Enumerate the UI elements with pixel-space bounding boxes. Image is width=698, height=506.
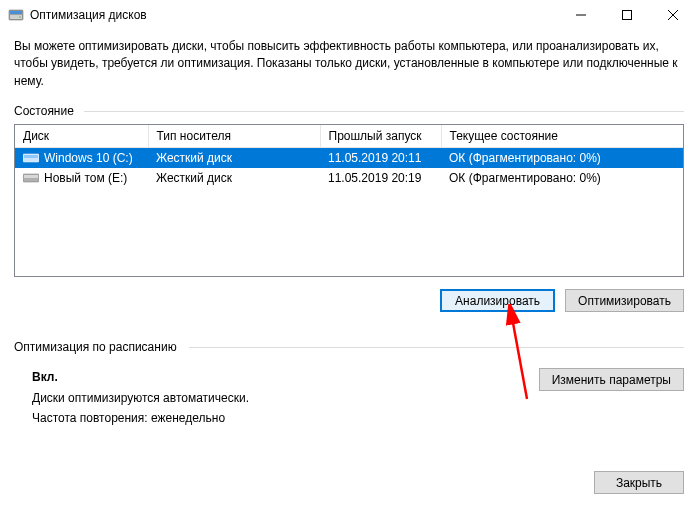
drive-icon	[23, 152, 39, 164]
state-group-label: Состояние	[14, 104, 684, 118]
col-header-disk[interactable]: Диск	[15, 125, 148, 148]
state-label-text: Состояние	[14, 104, 74, 118]
drive-status: ОК (Фрагментировано: 0%)	[441, 148, 683, 169]
schedule-body: Вкл. Диски оптимизируются автоматически.…	[14, 368, 684, 428]
svg-rect-5	[623, 11, 632, 20]
drive-last-run: 11.05.2019 20:19	[320, 168, 441, 188]
close-dialog-button[interactable]: Закрыть	[594, 471, 684, 494]
schedule-on: Вкл.	[32, 368, 523, 387]
schedule-label-text: Оптимизация по расписанию	[14, 340, 177, 354]
app-icon	[8, 7, 24, 23]
svg-point-3	[19, 16, 21, 18]
svg-rect-9	[24, 155, 38, 158]
table-row[interactable]: Новый том (E:)Жесткий диск11.05.2019 20:…	[15, 168, 683, 188]
schedule-group-label: Оптимизация по расписанию	[14, 340, 684, 354]
titlebar: Оптимизация дисков	[0, 0, 698, 30]
schedule-line1: Диски оптимизируются автоматически.	[32, 389, 523, 408]
schedule-text: Вкл. Диски оптимизируются автоматически.…	[14, 368, 523, 428]
close-button[interactable]	[650, 0, 696, 30]
drive-status: ОК (Фрагментировано: 0%)	[441, 168, 683, 188]
drive-icon	[23, 172, 39, 184]
window-controls	[558, 0, 696, 30]
maximize-button[interactable]	[604, 0, 650, 30]
svg-rect-11	[24, 175, 38, 178]
svg-rect-1	[10, 11, 22, 14]
divider	[84, 111, 684, 112]
action-buttons: Анализировать Оптимизировать	[14, 289, 684, 312]
table-row[interactable]: Windows 10 (C:)Жесткий диск11.05.2019 20…	[15, 148, 683, 169]
drives-table: Диск Тип носителя Прошлый запуск Текущее…	[15, 125, 683, 188]
divider	[189, 347, 684, 348]
drive-name: Windows 10 (C:)	[44, 151, 133, 165]
minimize-button[interactable]	[558, 0, 604, 30]
intro-text: Вы можете оптимизировать диски, чтобы по…	[14, 38, 684, 90]
window: Оптимизация дисков Вы можете оптимизиров…	[0, 0, 698, 506]
schedule-line2: Частота повторения: еженедельно	[32, 409, 523, 428]
content-area: Вы можете оптимизировать диски, чтобы по…	[0, 30, 698, 442]
col-header-media[interactable]: Тип носителя	[148, 125, 320, 148]
window-title: Оптимизация дисков	[30, 8, 558, 22]
analyze-button[interactable]: Анализировать	[440, 289, 555, 312]
drive-media: Жесткий диск	[148, 168, 320, 188]
schedule-section: Оптимизация по расписанию Вкл. Диски опт…	[14, 340, 684, 428]
footer: Закрыть	[0, 459, 698, 506]
optimize-button[interactable]: Оптимизировать	[565, 289, 684, 312]
drive-media: Жесткий диск	[148, 148, 320, 169]
change-params-button[interactable]: Изменить параметры	[539, 368, 684, 391]
drive-last-run: 11.05.2019 20:11	[320, 148, 441, 169]
col-header-status[interactable]: Текущее состояние	[441, 125, 683, 148]
drive-name: Новый том (E:)	[44, 171, 127, 185]
drives-table-container: Диск Тип носителя Прошлый запуск Текущее…	[14, 124, 684, 277]
col-header-last[interactable]: Прошлый запуск	[320, 125, 441, 148]
